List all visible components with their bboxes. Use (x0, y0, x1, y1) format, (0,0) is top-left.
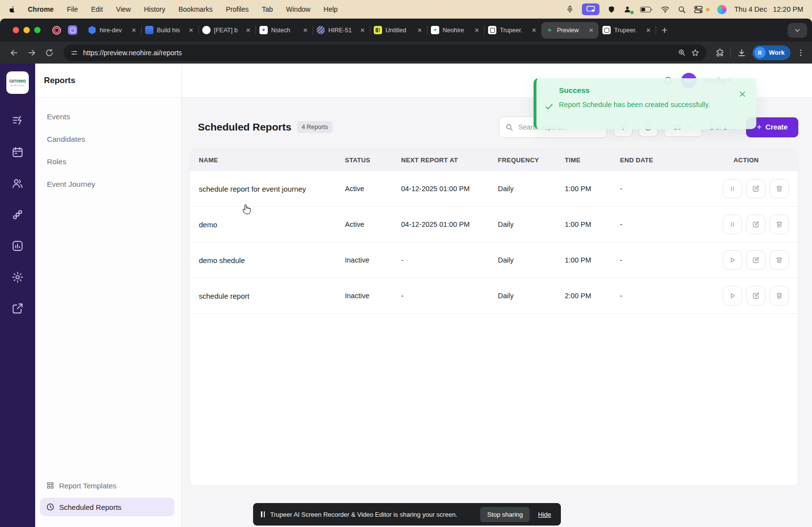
delete-button[interactable] (769, 179, 789, 198)
edit-button[interactable] (746, 215, 766, 234)
close-tab-icon[interactable]: ✕ (588, 27, 595, 34)
siri-icon[interactable] (717, 5, 727, 14)
tab-hire-dev[interactable]: hire-dev✕ (84, 22, 141, 39)
sidebar-item-events[interactable]: Events (40, 107, 174, 127)
tab-neohire[interactable]: Neohire✕ (427, 22, 484, 39)
minimize-window-button[interactable] (23, 27, 30, 33)
report-name[interactable]: schedule report (199, 292, 345, 300)
fullscreen-window-button[interactable] (34, 27, 41, 33)
apple-menu-icon[interactable] (9, 4, 17, 14)
edit-button[interactable] (746, 179, 766, 198)
close-tab-icon[interactable]: ✕ (645, 27, 652, 34)
external-link-icon[interactable] (11, 302, 24, 315)
tab--feat-b[interactable]: [FEAT] b✕ (198, 22, 256, 39)
iamneo-logo[interactable]: iamneo An NIIT venture (6, 71, 29, 94)
integrations-icon[interactable] (11, 208, 24, 221)
user-check-icon[interactable] (623, 5, 632, 14)
extensions-icon[interactable] (715, 48, 725, 57)
site-settings-icon[interactable] (70, 49, 78, 57)
close-window-button[interactable] (13, 27, 19, 33)
recording-indicator-icon[interactable] (52, 26, 61, 35)
tab-trupeer-[interactable]: Trupeer.✕ (484, 22, 541, 39)
tab-build-his[interactable]: Build his✕ (141, 22, 198, 39)
edit-icon (751, 256, 760, 264)
edit-button[interactable] (746, 250, 766, 270)
report-status: Inactive (345, 256, 401, 264)
reload-button[interactable] (42, 45, 57, 60)
menu-item-chrome[interactable]: Chrome (28, 5, 54, 13)
back-button[interactable] (7, 45, 21, 60)
sidebar-item-report-templates[interactable]: Report Templates (40, 476, 174, 495)
microphone-icon[interactable] (566, 4, 574, 14)
analytics-icon[interactable] (11, 240, 24, 252)
delete-button[interactable] (769, 286, 789, 306)
profile-avatar: R (754, 47, 766, 58)
edit-button[interactable] (746, 286, 766, 306)
stop-sharing-button[interactable]: Stop sharing (480, 507, 530, 522)
close-tab-icon[interactable]: ✕ (531, 27, 537, 34)
menu-item-help[interactable]: Help (323, 5, 338, 13)
report-name[interactable]: demo (199, 220, 345, 229)
address-bar[interactable]: https://preview.neohire.ai/reports (64, 44, 706, 61)
plus-icon: + (757, 122, 762, 132)
activity-icon[interactable] (11, 114, 24, 127)
control-center-icon[interactable] (694, 5, 703, 14)
screen-share-icon[interactable] (582, 3, 599, 15)
report-name[interactable]: demo shedule (199, 256, 345, 264)
calendar-icon[interactable] (11, 146, 24, 158)
forward-button[interactable] (24, 45, 39, 60)
sidebar-item-candidates[interactable]: Candidates (40, 129, 174, 150)
settings-icon[interactable] (11, 271, 24, 284)
delete-button[interactable] (769, 250, 789, 270)
success-toast: Success Report Schedule has been created… (534, 78, 756, 129)
tab-title: hire-dev (100, 27, 127, 34)
url-text[interactable]: https://preview.neohire.ai/reports (83, 49, 673, 57)
hide-link[interactable]: Hide (538, 511, 551, 518)
menu-item-profiles[interactable]: Profiles (226, 5, 249, 13)
bookmark-star-icon[interactable] (691, 48, 700, 57)
menu-item-edit[interactable]: Edit (91, 5, 103, 13)
delete-button[interactable] (769, 215, 789, 234)
browser-menu-icon[interactable] (796, 48, 805, 57)
tab-untitled[interactable]: Untitled✕ (370, 22, 427, 39)
downloads-icon[interactable] (737, 48, 747, 58)
toggle-schedule-button[interactable] (723, 250, 742, 270)
tab-list-button[interactable] (788, 23, 807, 38)
menu-item-tab[interactable]: Tab (262, 5, 273, 13)
spotlight-search-icon[interactable] (678, 5, 686, 14)
page-title: Scheduled Reports (198, 121, 291, 133)
close-tab-icon[interactable]: ✕ (188, 27, 194, 34)
sidebar-item-event-journey[interactable]: Event Journey (40, 174, 174, 195)
close-tab-icon[interactable]: ✕ (130, 27, 137, 34)
sidebar-item-roles[interactable]: Roles (40, 152, 174, 172)
close-tab-icon[interactable]: ✕ (473, 27, 480, 34)
wifi-icon[interactable] (661, 6, 670, 13)
toggle-schedule-button[interactable] (723, 179, 742, 198)
tab-preview[interactable]: Preview✕ (541, 22, 598, 39)
menu-item-bookmarks[interactable]: Bookmarks (178, 5, 213, 13)
toggle-schedule-button[interactable] (723, 286, 742, 306)
users-icon[interactable] (11, 177, 24, 190)
shield-icon[interactable] (607, 5, 616, 14)
menu-item-view[interactable]: View (116, 5, 131, 13)
menu-item-window[interactable]: Window (286, 5, 311, 13)
profile-chip[interactable]: R Work (752, 45, 791, 60)
close-tab-icon[interactable]: ✕ (416, 27, 423, 34)
close-icon[interactable] (738, 90, 747, 98)
close-tab-icon[interactable]: ✕ (302, 27, 309, 34)
menu-item-file[interactable]: File (67, 5, 78, 13)
new-tab-button[interactable]: + (662, 25, 667, 35)
sidebar-item-scheduled-reports[interactable]: Scheduled Reports (40, 498, 174, 516)
pinned-app-icon[interactable] (68, 25, 77, 35)
report-name[interactable]: schedule report for event journey (199, 185, 345, 193)
tab-trupeer-[interactable]: Trupeer.✕ (598, 22, 656, 39)
tab-hire-51[interactable]: HIRE-51✕ (313, 22, 370, 39)
zoom-icon[interactable] (678, 48, 686, 57)
tab-nstech[interactable]: Nstech✕ (256, 22, 313, 39)
close-tab-icon[interactable]: ✕ (359, 27, 366, 34)
toggle-schedule-button[interactable] (723, 215, 742, 234)
menu-item-history[interactable]: History (144, 5, 166, 13)
report-end-date: - (620, 256, 684, 264)
close-tab-icon[interactable]: ✕ (245, 27, 252, 34)
tab-title: Nstech (271, 27, 299, 34)
